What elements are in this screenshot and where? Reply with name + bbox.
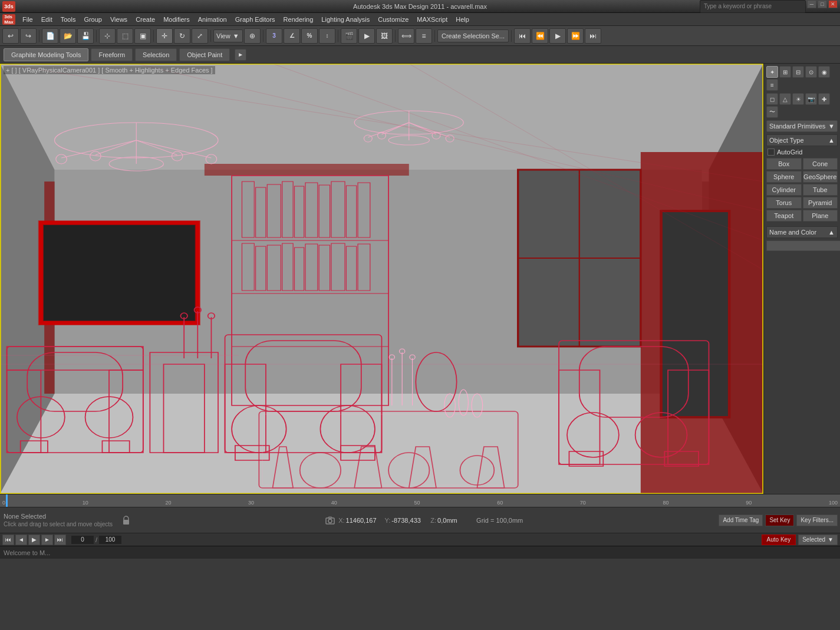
menu-views[interactable]: Views — [107, 15, 131, 24]
play-anim-btn[interactable]: ▶ — [28, 535, 40, 545]
menu-animation[interactable]: Animation — [195, 15, 230, 24]
cone-button[interactable]: Cone — [803, 158, 838, 170]
reference-coord-dropdown[interactable]: View ▼ — [213, 29, 243, 42]
main-content: + [ ] [ VRayPhysicalCamera001 ] [ Smooth… — [0, 64, 840, 494]
create-selection-btn[interactable]: Create Selection Se... — [437, 29, 509, 42]
cylinder-button[interactable]: Cylinder — [766, 184, 802, 196]
sphere-button[interactable]: Sphere — [766, 171, 802, 183]
new-scene-button[interactable]: 📄 — [42, 28, 58, 44]
go-start-btn[interactable]: ⏮ — [2, 535, 14, 545]
pyramid-button[interactable]: Pyramid — [803, 197, 838, 209]
geosphere-button[interactable]: GeoSphere — [803, 171, 838, 183]
maximize-button[interactable]: □ — [818, 0, 827, 8]
last-frame-button[interactable]: ⏭ — [585, 28, 601, 44]
menu-customize[interactable]: Customize — [374, 15, 412, 24]
minimize-button[interactable]: ─ — [807, 0, 816, 8]
menu-lighting-analysis[interactable]: Lighting Analysis — [318, 15, 373, 24]
menu-rendering[interactable]: Rendering — [280, 15, 317, 24]
ribbon-tab-freeform[interactable]: Freeform — [91, 48, 133, 61]
tube-button[interactable]: Tube — [803, 184, 838, 196]
snap-percent-button[interactable]: % — [301, 28, 318, 44]
close-button[interactable]: ✕ — [828, 0, 838, 8]
auto-key-btn[interactable]: Auto Key — [762, 535, 796, 545]
menu-group[interactable]: Group — [80, 15, 106, 24]
menu-maxscript[interactable]: MAXScript — [413, 15, 451, 24]
ribbon-extra-button[interactable]: ► — [235, 49, 246, 61]
snap-angle-button[interactable]: ∠ — [284, 28, 300, 44]
object-type-header[interactable]: Object Type ▲ — [766, 134, 838, 146]
redo-button[interactable]: ↪ — [20, 28, 37, 44]
box-button[interactable]: Box — [766, 158, 802, 170]
menu-tools[interactable]: Tools — [57, 15, 80, 24]
open-button[interactable]: 📂 — [60, 28, 76, 44]
cameras-icon[interactable]: 📷 — [805, 93, 817, 105]
plane-button[interactable]: Plane — [803, 210, 838, 222]
spacewarps-icon[interactable]: 〜 — [766, 106, 778, 118]
lights-icon[interactable]: ☀ — [792, 93, 804, 105]
viewport-container[interactable]: + [ ] [ VRayPhysicalCamera001 ] [ Smooth… — [0, 64, 763, 494]
add-time-tag-btn[interactable]: Add Time Tag — [719, 514, 763, 526]
key-filters-btn[interactable]: Key Filters... — [796, 514, 838, 526]
render-frame-button[interactable]: 🖼 — [376, 28, 393, 44]
pivot-button[interactable]: ⊕ — [244, 28, 261, 44]
sep2 — [96, 30, 97, 42]
search-placeholder: Type a keyword or phrase — [704, 3, 772, 9]
primitives-dropdown[interactable]: Standard Primitives ▼ — [766, 120, 838, 132]
shapes-icon[interactable]: △ — [779, 93, 791, 105]
window-crossing-button[interactable]: ▣ — [134, 28, 151, 44]
prev-key-btn[interactable]: ◄ — [15, 535, 27, 545]
menu-help[interactable]: Help — [452, 15, 473, 24]
display-panel-icon[interactable]: ◉ — [818, 66, 830, 78]
align-button[interactable]: ≡ — [416, 28, 432, 44]
move-button[interactable]: ✛ — [156, 28, 173, 44]
current-frame-input[interactable] — [71, 535, 94, 545]
ribbon-tab-selection[interactable]: Selection — [135, 48, 177, 61]
menu-modifiers[interactable]: Modifiers — [160, 15, 193, 24]
torus-button[interactable]: Torus — [766, 197, 802, 209]
mirror-button[interactable]: ⟺ — [398, 28, 414, 44]
select-button[interactable]: ⊹ — [99, 28, 116, 44]
object-name-input[interactable] — [766, 240, 840, 251]
rotate-button[interactable]: ↻ — [174, 28, 190, 44]
utilities-panel-icon[interactable]: ≡ — [766, 79, 778, 91]
next-key-btn[interactable]: ► — [41, 535, 53, 545]
prev-frame-button[interactable]: ⏪ — [532, 28, 548, 44]
main-toolbar: ↩ ↪ 📄 📂 💾 ⊹ ⬚ ▣ ✛ ↻ ⤢ View ▼ ⊕ 3 ∠ % ↕ 🎬… — [0, 26, 840, 46]
scale-button[interactable]: ⤢ — [192, 28, 208, 44]
viewport-canvas[interactable] — [0, 64, 763, 494]
select-region-button[interactable]: ⬚ — [117, 28, 133, 44]
modify-panel-icon[interactable]: ⊞ — [779, 66, 791, 78]
play-button[interactable]: ▶ — [549, 28, 566, 44]
menu-file[interactable]: File — [19, 15, 37, 24]
save-button[interactable]: 💾 — [77, 28, 94, 44]
menu-edit[interactable]: Edit — [38, 15, 56, 24]
menu-graph-editors[interactable]: Graph Editors — [232, 15, 279, 24]
title-search[interactable]: Type a keyword or phrase — [700, 0, 806, 13]
teapot-button[interactable]: Teapot — [766, 210, 802, 222]
lock-icon[interactable] — [120, 514, 132, 526]
ribbon-tab-graphite[interactable]: Graphite Modeling Tools — [4, 48, 88, 61]
total-frames-input[interactable] — [98, 535, 122, 545]
quick-render-button[interactable]: ▶ — [358, 28, 375, 44]
go-end-btn[interactable]: ⏭ — [54, 535, 66, 545]
name-color-header[interactable]: Name and Color ▲ — [766, 226, 838, 238]
set-key-btn[interactable]: Set Key — [765, 514, 794, 526]
trackbar[interactable]: 0 10 20 30 40 50 60 70 80 90 100 — [0, 494, 840, 507]
selected-dropdown[interactable]: Selected ▼ — [798, 535, 838, 545]
next-frame-button[interactable]: ⏩ — [567, 28, 584, 44]
helpers-icon[interactable]: ✚ — [818, 93, 830, 105]
geometry-icon[interactable]: ◻ — [766, 93, 778, 105]
key-play-button[interactable]: ⏮ — [514, 28, 531, 44]
snap-spinner-button[interactable]: ↕ — [319, 28, 335, 44]
ribbon-tab-objectpaint[interactable]: Object Paint — [179, 48, 230, 61]
create-panel-icon[interactable]: ✦ — [766, 66, 778, 78]
dropdown-chevron: ▼ — [828, 123, 835, 130]
motion-panel-icon[interactable]: ⊙ — [805, 66, 817, 78]
undo-button[interactable]: ↩ — [2, 28, 19, 44]
timeline-cursor[interactable] — [6, 494, 8, 507]
menu-create[interactable]: Create — [132, 15, 159, 24]
snap-3d-button[interactable]: 3 — [266, 28, 282, 44]
autogrid-checkbox[interactable] — [767, 149, 775, 156]
render-scene-button[interactable]: 🎬 — [341, 28, 357, 44]
hierarchy-panel-icon[interactable]: ⊟ — [792, 66, 804, 78]
